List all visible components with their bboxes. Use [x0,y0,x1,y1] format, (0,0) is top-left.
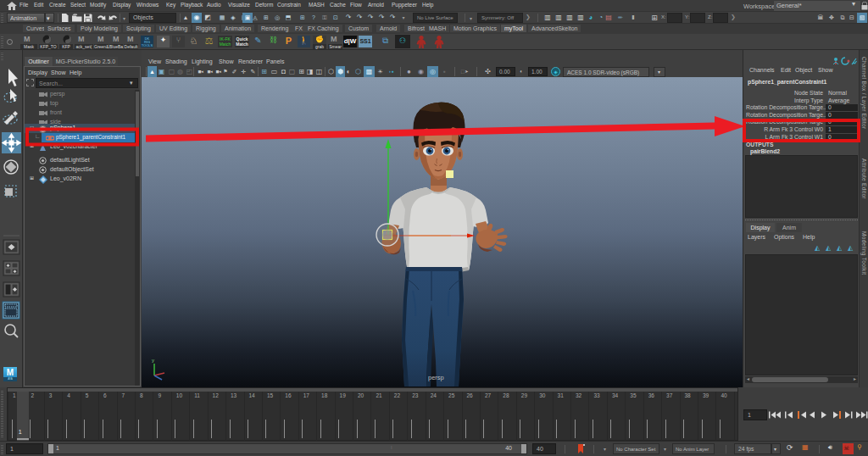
svg-text:y: y [152,358,154,363]
svg-text:persp: persp [428,374,444,381]
